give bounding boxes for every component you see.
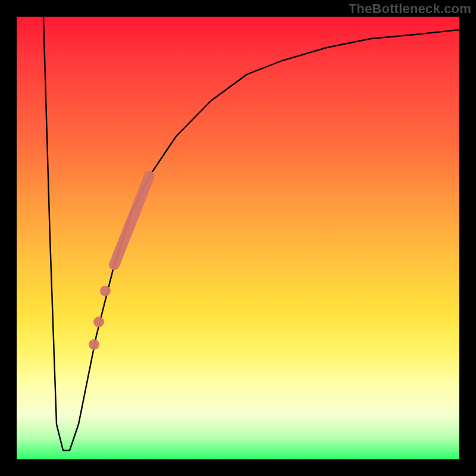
curve-svg [17,17,459,459]
marker-dot-2 [93,317,104,327]
bottleneck-curve [43,17,459,450]
marker-dot-3 [89,339,99,350]
plot-area [17,17,459,459]
marker-bar [114,176,149,265]
chart-frame: TheBottleneck.com [0,0,476,476]
marker-dot-1 [100,286,111,296]
watermark-text: TheBottleneck.com [349,1,471,17]
